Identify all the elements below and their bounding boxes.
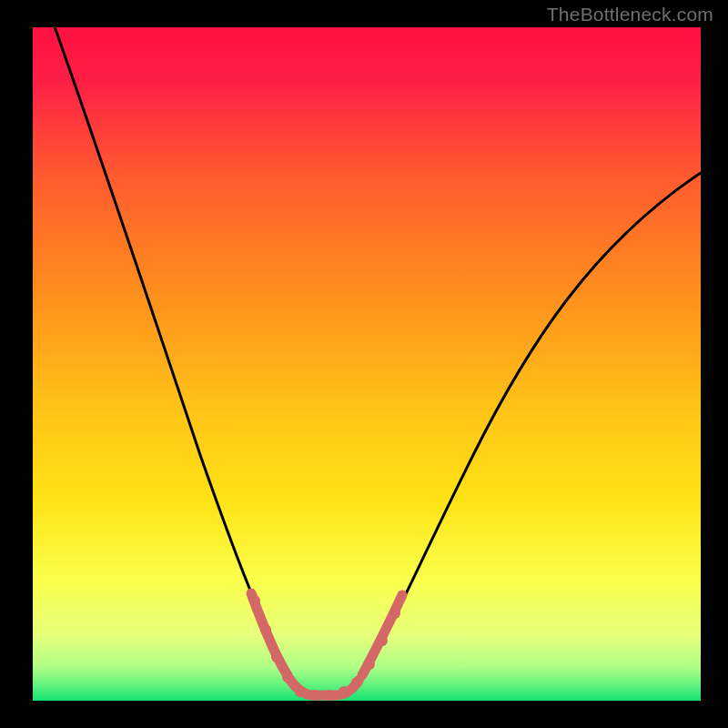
svg-point-4 bbox=[282, 672, 293, 682]
svg-point-11 bbox=[377, 635, 388, 646]
watermark-label: TheBottleneck.com bbox=[547, 4, 713, 25]
svg-point-1 bbox=[249, 595, 260, 606]
svg-point-6 bbox=[309, 690, 320, 701]
svg-point-8 bbox=[339, 686, 349, 697]
svg-point-12 bbox=[389, 608, 400, 619]
svg-point-7 bbox=[324, 690, 335, 701]
svg-point-10 bbox=[364, 659, 375, 670]
svg-point-9 bbox=[351, 677, 362, 688]
bottleneck-chart bbox=[0, 0, 728, 728]
chart-frame: TheBottleneck.com bbox=[0, 0, 728, 728]
plot-background bbox=[33, 27, 701, 701]
svg-point-2 bbox=[260, 624, 271, 635]
svg-point-5 bbox=[295, 686, 306, 697]
svg-point-3 bbox=[271, 652, 282, 662]
